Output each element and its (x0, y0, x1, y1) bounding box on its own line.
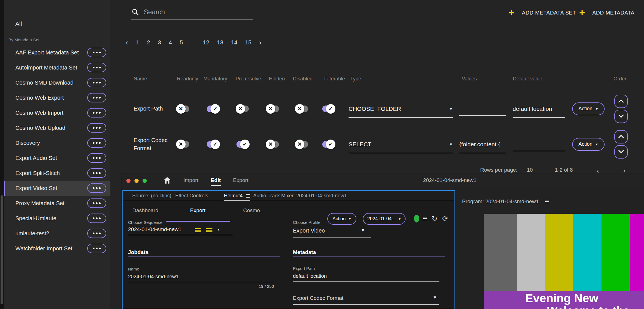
toggle-on[interactable]: ✓ (321, 140, 335, 149)
export-path-input[interactable]: default location (293, 273, 327, 279)
sidebar-item[interactable]: Proxy Metadata Set (4, 196, 110, 211)
toggle-off[interactable]: ✕ (266, 104, 280, 114)
toggle-off[interactable]: ✕ (176, 140, 190, 149)
tab-source[interactable]: Source: (no clips) (132, 193, 171, 199)
item-options-button[interactable] (87, 153, 106, 163)
pagination-page[interactable]: 4 (169, 39, 172, 46)
default-value-input[interactable] (513, 143, 565, 151)
sidebar-item[interactable]: Export Audio Set (4, 150, 110, 166)
toggle-off[interactable]: ✕ (236, 104, 250, 114)
workspace-tab-edit[interactable]: Edit (211, 177, 221, 183)
window-close-button[interactable] (126, 179, 131, 183)
row-action-button[interactable]: Action▼ (572, 102, 605, 115)
pagination-page[interactable]: 1 (136, 39, 139, 46)
item-options-button[interactable] (87, 244, 106, 253)
pagination-page[interactable]: 13 (217, 39, 223, 46)
caret-down-icon[interactable]: ▼ (217, 228, 220, 231)
pagination-page[interactable]: 14 (231, 39, 237, 46)
panel-menu-icon[interactable] (246, 196, 250, 196)
workspace-tab-export[interactable]: Export (233, 177, 248, 183)
pagination-page[interactable]: 15 (245, 39, 251, 46)
values-input[interactable] (459, 107, 506, 116)
window-titlebar[interactable]: ImportEditExport 2024-01-04-smd-new1 (121, 173, 644, 187)
pagination-page[interactable]: 3 (158, 39, 161, 46)
sidebar-item[interactable]: Cosmo Web Upload (4, 120, 110, 135)
export-codec-select[interactable]: Export Codec Format (293, 295, 344, 301)
helmut-action-button[interactable]: Action ▼ (327, 213, 356, 225)
tab-audio-track-mixer[interactable]: Audio Track Mixer: 2024-01-04-smd-new1 (253, 193, 347, 199)
item-options-button[interactable] (87, 168, 106, 178)
toggle-on[interactable]: ✓ (206, 140, 220, 149)
workspace-tab-import[interactable]: Import (183, 177, 198, 183)
item-options-button[interactable] (87, 123, 106, 133)
refresh-icon[interactable]: ↻ (432, 215, 437, 223)
row-action-button[interactable]: Action▼ (572, 138, 605, 151)
item-options-button[interactable] (87, 214, 106, 223)
toggle-off[interactable]: ✕ (176, 104, 190, 114)
helmut-tab-dashboard[interactable]: Dashboard (129, 207, 162, 214)
pagination-page[interactable]: 2 (147, 39, 150, 46)
sidebar-item[interactable]: Autoimport Metadata Set (4, 60, 110, 75)
choose-sequence-value[interactable]: 2024-01-04-smd-new1 (128, 226, 181, 233)
sidebar-item-all[interactable]: All (4, 17, 110, 30)
item-options-button[interactable] (87, 229, 106, 238)
helmut-tab-cosmo[interactable]: Cosmo (233, 207, 270, 214)
item-options-button[interactable] (87, 183, 106, 193)
rows-per-page-select[interactable]: 10 (527, 167, 533, 173)
sequence-insert-icon[interactable] (195, 230, 201, 231)
name-input[interactable]: 2024-01-04-smd-new1 (128, 274, 179, 280)
sidebar-item[interactable]: Discovery (4, 135, 110, 150)
toggle-on[interactable]: ✓ (206, 104, 220, 114)
item-options-button[interactable] (87, 108, 106, 118)
tab-helmut4[interactable]: Helmut4 (224, 193, 250, 201)
choose-profile-value[interactable]: Export Video (293, 227, 325, 234)
toggle-on[interactable]: ✓ (236, 140, 250, 149)
sync-icon[interactable]: ⟳ (442, 215, 448, 223)
add-metadata-set-button[interactable]: + ADD METADATA SET (509, 7, 576, 18)
toggle-off[interactable]: ✕ (266, 140, 280, 149)
item-options-button[interactable] (87, 138, 106, 148)
sidebar-item[interactable]: AAF Export Metadata Set (4, 45, 110, 60)
toggle-off[interactable]: ✕ (295, 140, 309, 149)
move-up-button[interactable] (614, 130, 628, 143)
page-scrollbar-thumb[interactable] (1, 195, 3, 304)
toggle-off[interactable]: ✕ (295, 104, 309, 114)
add-metadata-button[interactable]: + ADD METADATA (579, 7, 634, 18)
sidebar-item[interactable]: Cosmo Web Import (4, 105, 110, 120)
toggle-on[interactable]: ✓ (321, 104, 335, 114)
move-down-button[interactable] (614, 145, 628, 159)
sidebar-item[interactable]: Watchfolder Import Set (4, 241, 110, 256)
sidebar-item[interactable]: Cosmo Web Export (4, 90, 110, 105)
sequence-list-icon[interactable] (206, 230, 212, 231)
type-select[interactable]: CHOOSE_FOLDER▼ (349, 106, 453, 118)
type-select[interactable]: SELECT▼ (349, 141, 453, 153)
caret-down-icon[interactable]: ▼ (361, 227, 365, 233)
search-input[interactable] (144, 8, 239, 16)
pagination-page[interactable]: 12 (203, 39, 209, 46)
page-scrollbar[interactable] (0, 0, 4, 309)
tab-effect-controls[interactable]: Effect Controls (175, 193, 208, 199)
caret-down-icon[interactable]: ▼ (433, 295, 437, 300)
sidebar-item[interactable]: Export Video Set (4, 181, 110, 196)
move-down-button[interactable] (614, 110, 628, 123)
helmut-tab-export[interactable]: Export (179, 207, 217, 214)
values-input[interactable]: {folder.content.{ (459, 141, 506, 153)
sidebar-item[interactable]: Special-Umlaute (4, 211, 110, 226)
item-options-button[interactable] (87, 63, 106, 72)
sidebar-item[interactable]: umlaute-test2 (4, 226, 110, 241)
item-options-button[interactable] (87, 93, 106, 102)
item-options-button[interactable] (87, 48, 106, 57)
sidebar-item[interactable]: Cosmo SMD Download (4, 75, 110, 90)
sidebar-item[interactable]: Export Split-Stitch (4, 166, 110, 181)
item-options-button[interactable] (87, 198, 106, 208)
list-menu-icon[interactable] (423, 218, 427, 219)
move-up-button[interactable] (614, 95, 628, 108)
default-value-input[interactable]: default location (513, 106, 565, 118)
pagination-page[interactable]: 5 (180, 39, 183, 46)
home-icon[interactable] (163, 177, 171, 184)
program-menu-icon[interactable] (545, 201, 549, 202)
project-select-button[interactable]: 2024-01-04... ▼ (363, 213, 406, 225)
window-minimize-button[interactable] (134, 179, 139, 183)
pagination-next-icon[interactable]: › (259, 40, 262, 45)
item-options-button[interactable] (87, 78, 106, 87)
